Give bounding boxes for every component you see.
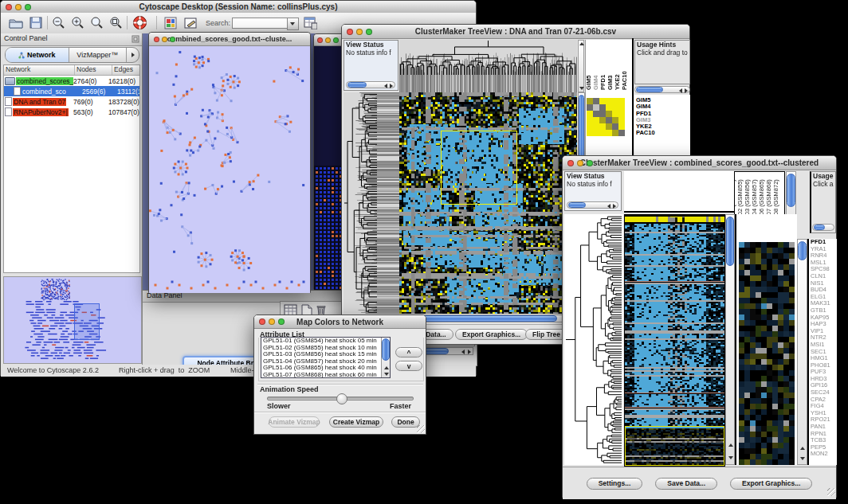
matrix-cell[interactable] (599, 117, 606, 123)
treeview1-title-bar[interactable]: ClusterMaker TreeView : DNA and Tran 07-… (342, 25, 689, 39)
matrix-cell[interactable] (593, 130, 599, 136)
slider-thumb[interactable] (336, 393, 347, 404)
zoom-window-icon[interactable] (366, 29, 372, 35)
open-folder-icon[interactable] (9, 17, 23, 29)
matrix-cell[interactable] (593, 123, 599, 130)
matrix-cell[interactable] (606, 123, 612, 130)
matrix-cell[interactable] (587, 123, 593, 130)
float-panel-icon[interactable] (132, 35, 139, 43)
tab-overflow-button[interactable] (127, 48, 139, 62)
network-table-row[interactable]: combined_sco2569(6)13112(15) (4, 86, 139, 96)
zoom-window-icon[interactable] (170, 37, 175, 42)
matrix-cell[interactable] (618, 111, 625, 117)
matrix-cell[interactable] (606, 98, 612, 104)
matrix-cell[interactable] (599, 98, 606, 104)
gene-label[interactable]: MON2 (811, 451, 837, 458)
save-icon[interactable] (29, 17, 42, 29)
dialog-button-create-vizmap[interactable]: Create Vizmap (329, 416, 383, 428)
matrix-cell[interactable] (618, 130, 625, 136)
matrix-cell[interactable] (612, 104, 618, 111)
tv2-column-tree-area[interactable] (624, 171, 734, 213)
matrix-cell[interactable] (587, 130, 593, 136)
tv2-zoom-heatmap-canvas[interactable] (739, 242, 795, 465)
minimize-icon[interactable] (356, 29, 363, 35)
matrix-cell[interactable] (587, 117, 593, 123)
animation-speed-slider[interactable] (267, 397, 414, 400)
minimize-icon[interactable] (15, 4, 22, 10)
tv2-usage-hscrollbar[interactable] (812, 224, 834, 231)
tv1-similarity-matrix[interactable] (587, 98, 625, 136)
matrix-cell[interactable] (606, 104, 612, 111)
matrix-cell[interactable] (587, 111, 593, 117)
matrix-cell[interactable] (593, 104, 599, 111)
matrix-cell[interactable] (587, 98, 593, 104)
minimize-icon[interactable] (162, 37, 167, 42)
close-icon[interactable] (317, 37, 323, 43)
tv2-row-dendrogram-canvas[interactable] (564, 214, 623, 465)
network-view-canvas-1[interactable] (149, 46, 310, 293)
resize-grip[interactable] (417, 425, 425, 433)
birdseye-viewport-rect[interactable] (74, 303, 100, 340)
close-icon[interactable] (567, 160, 574, 166)
move-up-button[interactable]: ^ (395, 347, 422, 357)
tv2-heatmap-vscrollbar[interactable] (725, 214, 735, 465)
matrix-cell[interactable] (599, 130, 606, 136)
minimize-icon[interactable] (269, 318, 275, 325)
matrix-cell[interactable] (612, 98, 618, 104)
help-lifesaver-icon[interactable] (132, 15, 147, 30)
main-title-bar[interactable]: Cytoscape Desktop (Session Name: collins… (1, 1, 476, 14)
matrix-cell[interactable] (618, 98, 625, 104)
attribute-list-vscrollbar[interactable] (381, 338, 390, 377)
dialog-title-bar[interactable]: Map Colors to Network (254, 315, 426, 329)
matrix-cell[interactable] (593, 111, 599, 117)
tab-network[interactable]: Network (6, 48, 69, 62)
zoom-selected-icon[interactable] (90, 16, 104, 29)
close-icon[interactable] (6, 4, 12, 10)
attribute-browser-icon[interactable] (304, 17, 317, 29)
matrix-cell[interactable] (587, 104, 593, 111)
matrix-cell[interactable] (606, 130, 612, 136)
tv2-button-export-graphics[interactable]: Export Graphics... (730, 478, 812, 490)
col-header-edges[interactable]: Edges (112, 65, 139, 75)
vizmapper-icon[interactable] (164, 17, 177, 29)
matrix-cell[interactable] (618, 123, 625, 130)
matrix-cell[interactable] (599, 111, 606, 117)
tv1-col-vscroll[interactable] (578, 40, 584, 92)
matrix-cell[interactable] (593, 117, 599, 123)
col-header-nodes[interactable]: Nodes (75, 65, 112, 75)
network-table-row[interactable]: DNA and Tran 07769(0)183728(0) (4, 96, 139, 107)
matrix-cell[interactable] (612, 117, 618, 123)
matrix-cell[interactable] (612, 123, 618, 130)
matrix-cell[interactable] (599, 123, 606, 130)
tv1-usage-hscrollbar[interactable] (634, 86, 690, 93)
zoom-in-icon[interactable] (71, 16, 84, 29)
birdseye-canvas[interactable] (4, 277, 139, 361)
tv1-heatmap-hscrollbar[interactable] (399, 315, 585, 322)
tv2-genelist-vscrollbar[interactable] (797, 239, 807, 465)
search-input[interactable] (232, 18, 288, 29)
tab-vizmapper[interactable]: VizMapper™ (69, 48, 127, 62)
matrix-cell[interactable] (612, 111, 618, 117)
network-table-row[interactable]: combined_scores_2764(0)16218(0) (4, 76, 139, 86)
matrix-cell[interactable] (593, 98, 599, 104)
close-icon[interactable] (154, 37, 159, 42)
dialog-button-done[interactable]: Done (391, 416, 420, 428)
tv1-button-export-graphics[interactable]: Export Graphics... (455, 329, 528, 340)
zoom-window-icon[interactable] (587, 160, 593, 166)
resize-grip[interactable] (827, 488, 835, 496)
network-table-row[interactable]: RNAPuberNov2+|563(0)107847(0) (4, 107, 139, 117)
attribute-list-item[interactable]: GPL51-07 (GSM868) heat shock 60 min (263, 372, 390, 378)
close-icon[interactable] (347, 29, 353, 35)
matrix-cell[interactable] (606, 111, 612, 117)
matrix-cell[interactable] (618, 104, 625, 111)
treeview2-title-bar[interactable]: ClusterMaker TreeView : combined_scores_… (563, 156, 836, 170)
tv2-status-hscrollbar[interactable] (567, 201, 618, 209)
close-icon[interactable] (259, 318, 265, 325)
move-down-button[interactable]: v (395, 361, 422, 371)
search-dropdown-button[interactable] (287, 18, 299, 30)
minimize-icon[interactable] (325, 37, 331, 43)
tv1-status-hscrollbar[interactable] (346, 81, 395, 88)
tv2-button-save-data[interactable]: Save Data... (655, 478, 717, 490)
tv1-column-dendrogram-canvas[interactable] (399, 40, 577, 92)
tv1-heatmap-canvas[interactable] (399, 92, 577, 314)
